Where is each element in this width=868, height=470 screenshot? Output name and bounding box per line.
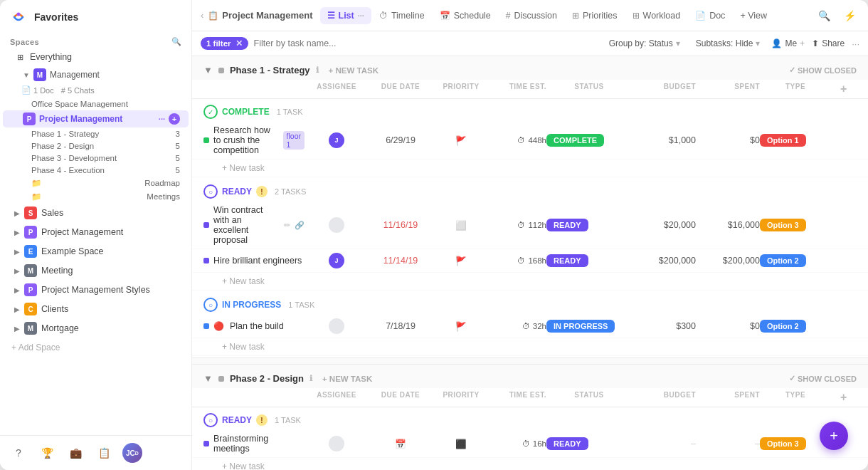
task-name[interactable]: Hire brilliant engineers: [213, 256, 302, 266]
sidebar-search-icon[interactable]: 🔍: [171, 37, 181, 46]
more-options-btn[interactable]: ···: [852, 38, 859, 49]
tab-doc[interactable]: 📄 Doc: [688, 7, 732, 24]
sidebar-item-phase4[interactable]: Phase 4 - Execution 5: [3, 164, 189, 176]
status-badge: READY: [546, 219, 588, 231]
subtasks-btn[interactable]: Subtasks: Hide ▾: [692, 36, 765, 51]
edit-icon[interactable]: ✏: [284, 221, 290, 230]
col-add[interactable]: +: [831, 83, 857, 95]
assignee-empty[interactable]: [329, 436, 344, 451]
add-task-row-p2-ready[interactable]: + New task: [192, 458, 868, 470]
assignee-empty[interactable]: [329, 318, 344, 334]
sidebar-item-everything[interactable]: ⊞ Everything: [3, 48, 189, 66]
phase2-add-task[interactable]: + NEW TASK: [322, 375, 372, 383]
doc-badge[interactable]: 📄 1 Doc: [21, 85, 54, 95]
assignee-empty[interactable]: [329, 217, 344, 233]
sidebar-item-pm-styles[interactable]: ▶ P Project Management Styles: [3, 281, 189, 299]
priority-empty: ⬛: [455, 439, 467, 449]
add-task-row-inprogress[interactable]: + New task: [192, 338, 868, 356]
priority-flag-icon: 🚩: [455, 322, 467, 332]
fab-button[interactable]: +: [820, 422, 848, 450]
sidebar-item-phase3[interactable]: Phase 3 - Development 5: [3, 152, 189, 164]
filter-tag[interactable]: 1 filter ✕: [201, 37, 248, 50]
sidebar-item-phase2[interactable]: Phase 2 - Design 5: [3, 140, 189, 152]
sidebar-item-sales[interactable]: ▶ S Sales: [3, 204, 189, 222]
type-badge[interactable]: Option 3: [760, 437, 806, 450]
task-name[interactable]: Brainstorming meetings: [213, 434, 305, 454]
status-badge: READY: [546, 437, 588, 450]
priorities-icon: ⊞: [572, 11, 579, 21]
add-task-row-complete[interactable]: + New task: [192, 160, 868, 177]
type-badge[interactable]: Option 1: [760, 134, 806, 147]
me-label: Me: [785, 38, 797, 48]
sidebar-item-pm2[interactable]: ▶ P Project Management: [3, 223, 189, 241]
phase2-collapse-icon[interactable]: ▼: [203, 373, 213, 384]
tab-workload[interactable]: ⊞ Workload: [625, 7, 688, 24]
sidebar-item-management[interactable]: ▼ M Management: [3, 66, 189, 83]
phase1-complete-header[interactable]: ✓ COMPLETE 1 TASK: [192, 99, 868, 122]
sidebar-item-phase1[interactable]: Phase 1 - Strategy 3: [3, 128, 189, 140]
tab-priorities[interactable]: ⊞ Priorities: [565, 7, 625, 24]
task-name[interactable]: Plan the build: [230, 321, 284, 331]
share-btn[interactable]: ⬆ Share: [812, 38, 845, 48]
tab-schedule[interactable]: 📅 Schedule: [433, 7, 498, 24]
phase1-add-task[interactable]: + NEW TASK: [329, 66, 379, 75]
trophy-icon[interactable]: 🏆: [37, 443, 57, 463]
phase1-ready-header[interactable]: ○ READY ! 2 TASKS: [192, 179, 868, 202]
sidebar-item-clients[interactable]: ▶ C Clients: [3, 300, 189, 318]
fab-icon: +: [830, 428, 838, 444]
type-badge[interactable]: Option 3: [760, 219, 806, 231]
tab-add-view[interactable]: + View: [733, 7, 774, 24]
assignee-avatar[interactable]: J: [329, 253, 344, 268]
group-by-btn[interactable]: Group by: Status ▾: [605, 36, 684, 51]
search-btn[interactable]: 🔍: [814, 6, 834, 26]
add-task-row-ready[interactable]: + New task: [192, 273, 868, 291]
clipboard-icon[interactable]: 📋: [94, 443, 114, 463]
management-label: Management: [50, 70, 100, 80]
tab-list[interactable]: ☰ List ···: [320, 7, 371, 24]
filter-input[interactable]: [254, 38, 599, 48]
type-cell: Option 1: [760, 135, 831, 145]
check-icon2: ✓: [789, 374, 795, 383]
help-icon[interactable]: ?: [9, 443, 28, 463]
phase1-inprogress-header[interactable]: ○ IN PROGRESS 1 TASK: [192, 292, 868, 315]
type-badge[interactable]: Option 2: [760, 254, 806, 267]
col-add-p2[interactable]: +: [831, 391, 857, 404]
sidebar-item-meeting[interactable]: ▶ M Meeting: [3, 261, 189, 280]
pm-add-icon[interactable]: +: [169, 113, 180, 125]
phase1-collapse-icon[interactable]: ▼: [203, 65, 213, 75]
phase2-ready-header[interactable]: ○ READY ! 1 TASK: [192, 407, 868, 430]
sidebar: Favorites Spaces 🔍 ⊞ Everything ▼ M Mana…: [0, 0, 192, 470]
schedule-icon: 📅: [440, 11, 450, 21]
link-icon[interactable]: 🔗: [295, 221, 305, 230]
briefcase-icon[interactable]: 💼: [65, 443, 85, 463]
me-btn[interactable]: 👤 Me +: [771, 38, 805, 48]
sidebar-item-example[interactable]: ▶ E Example Space: [3, 242, 189, 261]
col-status: STATUS: [546, 83, 632, 95]
filter-close-icon[interactable]: ✕: [235, 38, 243, 48]
task-name[interactable]: Research how to crush the competition: [213, 125, 276, 155]
sidebar-item-office-space[interactable]: Office Space Management: [3, 98, 189, 110]
list-tab-dots[interactable]: ···: [358, 11, 364, 20]
sidebar-item-mortgage[interactable]: ▶ M Mortgage: [3, 319, 189, 338]
tab-timeline[interactable]: ⏱ Timeline: [372, 7, 432, 24]
add-space-btn[interactable]: + Add Space: [0, 338, 191, 357]
sidebar-item-meetings[interactable]: 📁 Meetings: [3, 190, 189, 203]
sidebar-item-roadmap[interactable]: 📁 Roadmap: [3, 177, 189, 189]
list-tab-icon: ☰: [327, 11, 335, 21]
budget-cell: $200,000: [632, 256, 696, 266]
sidebar-collapse-btn[interactable]: ‹: [201, 10, 203, 21]
meeting-label: Meeting: [41, 266, 73, 276]
assignee-avatar[interactable]: J: [329, 132, 344, 148]
phase1-show-closed[interactable]: ✓ SHOW CLOSED: [789, 66, 857, 75]
type-badge[interactable]: Option 2: [760, 320, 806, 333]
main-content: ‹ 📋 Project Management ☰ List ··· ⏱ Time…: [192, 0, 868, 470]
user-avatar[interactable]: JCD: [122, 443, 142, 463]
check-icon: ✓: [789, 66, 795, 75]
task-name[interactable]: Win contract with an excellent proposal: [213, 205, 277, 245]
phase2-show-closed[interactable]: ✓ SHOW CLOSED: [789, 374, 857, 383]
tab-discussion[interactable]: # Discussion: [499, 7, 564, 24]
clients-label: Clients: [41, 304, 68, 314]
sidebar-item-project-management[interactable]: P Project Management ··· +: [3, 110, 189, 127]
bolt-btn[interactable]: ⚡: [840, 6, 859, 26]
chat-badge[interactable]: # 5 Chats: [61, 85, 95, 95]
